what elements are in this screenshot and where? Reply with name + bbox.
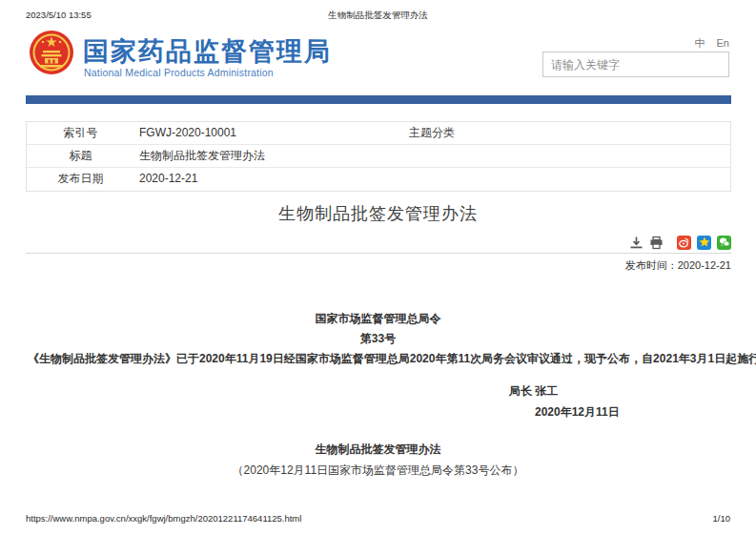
lang-en-link[interactable]: En — [717, 37, 729, 49]
site-header: 国家药品监督管理局 National Medical Products Admi… — [26, 29, 731, 88]
signer-line: 局长 张工 — [509, 383, 558, 400]
meta-value-title: 生物制品批签发管理办法 — [134, 145, 265, 167]
decree-paragraph: 《生物制品批签发管理办法》已于2020年11月19日经国家市场监督管理总局202… — [28, 351, 731, 367]
table-row: 发布日期 2020-12-21 — [27, 168, 730, 191]
decree-org-line: 国家市场监督管理总局令 — [0, 311, 756, 327]
decree-paragraph-text: 已于2020年11月19日经国家市场监督管理总局2020年第11次局务会议审议通… — [176, 352, 756, 365]
meta-value-date: 2020-12-21 — [134, 168, 197, 191]
sign-date-line: 2020年12月11日 — [535, 404, 620, 421]
meta-label-date: 发布日期 — [27, 168, 134, 191]
divider — [26, 253, 731, 254]
org-name-en: National Medical Products Administration — [84, 67, 274, 78]
lang-zh-link[interactable]: 中 — [694, 37, 705, 49]
meta-label-topic: 主题分类 — [409, 122, 497, 144]
share-wechat-icon[interactable] — [717, 236, 731, 250]
article-toolbar — [629, 235, 731, 250]
meta-label-title: 标题 — [27, 145, 134, 167]
national-emblem-icon — [29, 30, 74, 75]
language-switch: 中 En — [685, 36, 729, 51]
print-page: 2023/5/10 13:55 生物制品批签发管理办法 国家药品监督管理局 Na… — [0, 0, 756, 535]
meta-value-topic — [497, 122, 730, 144]
share-weibo-icon[interactable] — [677, 236, 691, 250]
meta-value-index: FGWJ-2020-10001 — [134, 122, 409, 144]
document-title: 生物制品批签发管理办法 — [0, 442, 756, 458]
meta-label-index: 索引号 — [27, 122, 134, 144]
search-input[interactable] — [542, 51, 729, 77]
print-doc-title: 生物制品批签发管理办法 — [0, 10, 756, 22]
document-subtitle: （2020年12月11日国家市场监督管理总局令第33号公布） — [0, 463, 756, 479]
print-page-number: 1/10 — [713, 513, 731, 524]
document-meta-table: 索引号 FGWJ-2020-10001 主题分类 标题 生物制品批签发管理办法 … — [26, 121, 731, 192]
table-row: 标题 生物制品批签发管理办法 — [27, 145, 730, 168]
table-row: 索引号 FGWJ-2020-10001 主题分类 — [27, 122, 730, 145]
org-name-zh: 国家药品监督管理局 — [83, 34, 332, 69]
download-icon[interactable] — [629, 236, 644, 250]
main-navbar[interactable] — [26, 95, 731, 104]
decree-number-line: 第33号 — [0, 331, 756, 347]
share-qzone-icon[interactable] — [697, 236, 711, 250]
publish-time: 发布时间：2020-12-21 — [625, 258, 731, 273]
decree-paragraph-title: 《生物制品批签发管理办法》 — [28, 352, 176, 365]
print-url: https://www.nmpa.gov.cn/xxgk/fgwj/bmgzh/… — [26, 513, 301, 524]
page-title: 生物制品批签发管理办法 — [0, 202, 756, 225]
print-icon[interactable] — [649, 236, 664, 250]
